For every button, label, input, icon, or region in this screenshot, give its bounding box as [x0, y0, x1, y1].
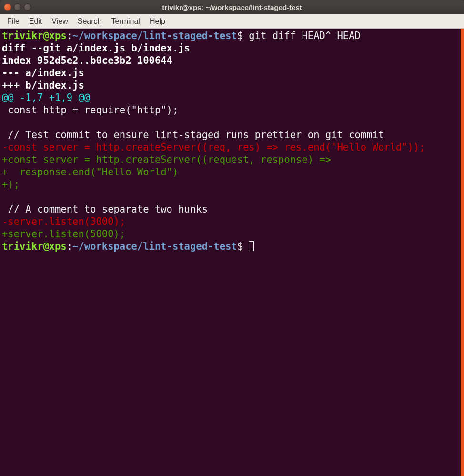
prompt-colon: : [67, 30, 72, 41]
window-title: trivikr@xps: ~/workspace/lint-staged-tes… [162, 3, 302, 11]
menu-search[interactable]: Search [73, 15, 106, 28]
prompt-colon: : [67, 241, 72, 252]
menu-view[interactable]: View [47, 15, 72, 28]
diff-blank [2, 191, 462, 203]
diff-addition: + response.end("Hello World") [2, 166, 462, 178]
terminal-window: trivikr@xps: ~/workspace/lint-staged-tes… [0, 0, 464, 476]
diff-context: const http = require("http"); [2, 104, 462, 116]
diff-context: // A comment to separate two hunks [2, 203, 462, 215]
window-controls [4, 3, 31, 11]
diff-deletion: -const server = http.createServer((req, … [2, 141, 462, 153]
cursor-icon [249, 241, 254, 251]
prompt-user-host: trivikr@xps [2, 30, 67, 41]
diff-addition: +const server = http.createServer((reque… [2, 153, 462, 166]
diff-deletion: -server.listen(3000); [2, 215, 462, 228]
terminal-output[interactable]: trivikr@xps:~/workspace/lint-staged-test… [0, 29, 464, 476]
diff-context: // Test commit to ensure lint-staged run… [2, 129, 462, 141]
titlebar[interactable]: trivikr@xps: ~/workspace/lint-staged-tes… [0, 0, 464, 14]
menubar: File Edit View Search Terminal Help [0, 14, 464, 29]
maximize-button[interactable] [24, 3, 31, 11]
close-button[interactable] [4, 3, 11, 11]
menu-terminal[interactable]: Terminal [107, 15, 144, 28]
prompt-user-host: trivikr@xps [2, 241, 67, 252]
prompt-path: ~/workspace/lint-staged-test [72, 241, 237, 252]
prompt-dollar: $ [237, 241, 243, 252]
diff-blank [2, 116, 462, 129]
command-text: git diff HEAD^ HEAD [243, 30, 361, 41]
menu-help[interactable]: Help [145, 15, 170, 28]
prompt-line: trivikr@xps:~/workspace/lint-staged-test… [2, 30, 462, 42]
scrollbar[interactable] [461, 29, 464, 476]
prompt-line: trivikr@xps:~/workspace/lint-staged-test… [2, 240, 462, 253]
diff-file-b: +++ b/index.js [2, 79, 462, 91]
menu-edit[interactable]: Edit [25, 15, 47, 28]
diff-index: index 952d5e2..b0ce3b2 100644 [2, 54, 462, 67]
diff-header: diff --git a/index.js b/index.js [2, 42, 462, 54]
diff-hunk: @@ -1,7 +1,9 @@ [2, 91, 462, 104]
diff-file-a: --- a/index.js [2, 67, 462, 79]
prompt-dollar: $ [237, 30, 243, 41]
diff-addition: +server.listen(5000); [2, 228, 462, 240]
prompt-path: ~/workspace/lint-staged-test [72, 30, 237, 41]
menu-file[interactable]: File [3, 15, 24, 28]
minimize-button[interactable] [14, 3, 21, 11]
diff-addition: +); [2, 178, 462, 191]
